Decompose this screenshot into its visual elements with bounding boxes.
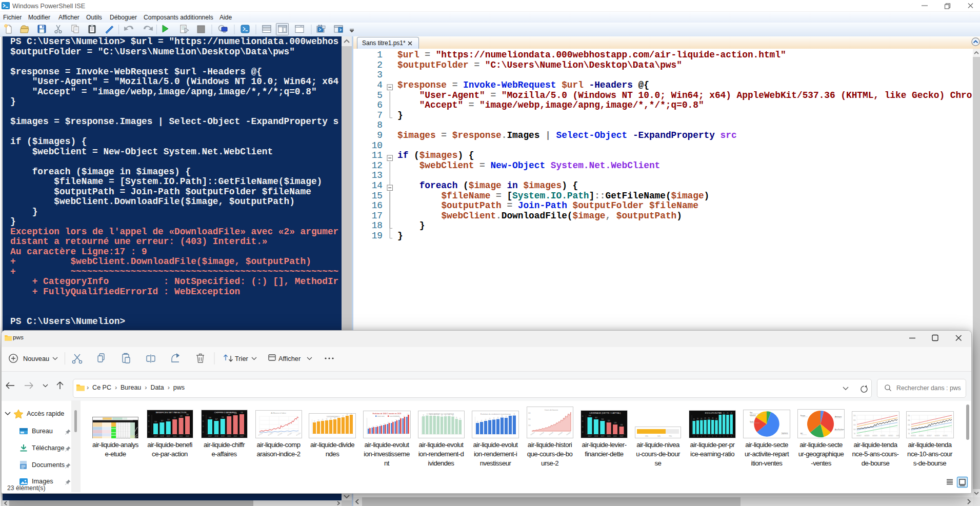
svg-text:2022: 2022 [619,435,623,437]
svg-text:121: 121 [173,417,176,419]
svg-text:Cours de bourse: Cours de bourse [544,409,558,411]
svg-text:Trier: Trier [235,355,249,362]
svg-text:11: 11 [513,413,515,415]
svg-text:DIVIDENDES: DIVIDENDES [327,416,338,418]
svg-text:04/2019: 04/2019 [864,435,869,437]
svg-text:100: 100 [208,417,211,419]
svg-text:2021: 2021 [233,435,237,437]
svg-text:200: 200 [853,419,856,421]
svg-text:LEVERAGE (DETTE / CAPITAL): LEVERAGE (DETTE / CAPITAL) [590,412,621,414]
svg-text:04/2013: 04/2013 [911,435,916,437]
svg-text:2020: 2020 [607,435,611,437]
svg-text:Ingénierie: Ingénierie [782,432,788,434]
svg-text:128: 128 [179,415,182,417]
svg-text:2019: 2019 [166,435,170,437]
svg-text:Asie-Pacifique: Asie-Pacifique [835,429,844,431]
svg-text:04/2021: 04/2021 [888,435,893,437]
svg-text:107: 107 [161,420,163,422]
svg-text:Evolution du rendement investi: Evolution du rendement investisseur [481,413,511,415]
svg-text:11: 11 [326,418,328,420]
svg-text:114: 114 [221,416,224,418]
svg-text:250: 250 [853,415,856,417]
svg-text:2022: 2022 [239,435,243,437]
svg-text:11: 11 [350,413,352,415]
svg-text:Santé: Santé [750,421,754,423]
svg-text:11: 11 [423,414,424,416]
svg-text:2020: 2020 [227,435,231,437]
svg-text:100: 100 [853,429,856,431]
svg-text:11: 11 [426,413,428,415]
svg-text:50%: 50% [657,435,661,437]
svg-text:invest cours: invest cours [377,415,385,417]
svg-text:2019: 2019 [221,435,224,437]
svg-text:100: 100 [908,429,910,431]
svg-text:11: 11 [477,421,478,423]
svg-text:114: 114 [167,419,169,421]
svg-text:250: 250 [908,415,910,417]
svg-text:2017: 2017 [588,435,591,437]
svg-text:21: 21 [705,417,707,419]
svg-text:100: 100 [528,424,531,427]
svg-text:135: 135 [620,424,623,426]
svg-text:114: 114 [601,418,604,420]
svg-text:21: 21 [723,412,725,414]
svg-text:150: 150 [853,424,856,426]
svg-text:21: 21 [701,418,703,420]
svg-text:2017: 2017 [153,435,157,437]
svg-text:Nouveau: Nouveau [23,355,49,362]
svg-text:Afficher: Afficher [278,355,301,362]
svg-text:2021: 2021 [613,435,617,437]
svg-text:11: 11 [502,415,503,417]
svg-text:25%: 25% [645,435,648,437]
svg-text:21: 21 [693,418,695,420]
svg-text:2019: 2019 [601,435,604,437]
svg-text:11: 11 [338,416,340,418]
svg-text:04/2019: 04/2019 [934,435,939,437]
svg-text:11: 11 [346,414,348,416]
svg-text:11: 11 [318,419,319,421]
svg-text:21: 21 [712,417,714,419]
svg-text:2018: 2018 [594,435,598,437]
svg-text:2018: 2018 [214,435,218,437]
svg-text:Amériques: Amériques [835,416,842,418]
svg-text:2022: 2022 [185,435,189,437]
svg-text:Industriel: Industriel [750,414,756,416]
svg-text:11: 11 [497,417,499,419]
svg-text:11: 11 [489,418,491,420]
svg-text:04/2021: 04/2021 [943,435,948,437]
svg-text:11: 11 [505,416,507,418]
svg-text:135: 135 [186,414,188,416]
svg-text:150: 150 [908,424,910,426]
svg-text:11: 11 [452,414,453,416]
svg-text:2018: 2018 [160,435,164,437]
svg-text:Europe: Europe [801,415,805,417]
svg-text:200: 200 [908,419,910,421]
svg-text:11: 11 [314,420,315,422]
svg-text:21: 21 [708,417,710,419]
svg-text:AL/Bourse et Indice: AL/Bourse et Indice [271,412,286,414]
svg-text:135: 135 [240,412,243,414]
svg-text:150: 150 [528,418,531,420]
svg-text:BENEFICES NET PAR ACTION: BENEFICES NET PAR ACTION [155,411,186,414]
svg-text:2021: 2021 [179,435,183,437]
svg-text:75%: 75% [669,435,672,437]
svg-text:100: 100 [588,415,591,417]
svg-text:21: 21 [697,418,699,420]
svg-text:121: 121 [608,420,610,422]
svg-text:100: 100 [154,421,156,423]
svg-text:128: 128 [234,413,236,415]
svg-text:11: 11 [334,417,336,419]
svg-text:200: 200 [528,412,531,414]
svg-text:11: 11 [430,414,431,416]
svg-text:21: 21 [715,418,717,420]
svg-text:11: 11 [342,415,344,417]
svg-text:11: 11 [448,414,450,416]
svg-text:11: 11 [481,420,483,422]
svg-text:CHIFFRE D'AFFAIRES: CHIFFRE D'AFFAIRES [214,411,236,414]
svg-text:128: 128 [614,422,616,424]
svg-text:11: 11 [455,417,457,419]
svg-text:11: 11 [485,419,487,421]
svg-text:11: 11 [433,414,435,416]
svg-text:21: 21 [731,412,733,414]
svg-text:11: 11 [437,414,438,416]
